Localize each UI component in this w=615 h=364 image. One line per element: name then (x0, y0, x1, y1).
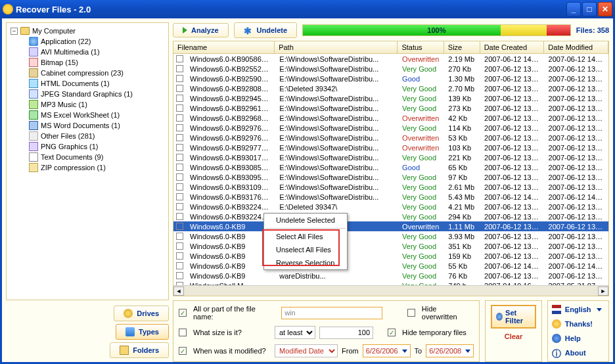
from-date-picker[interactable]: 6/26/2006 (363, 344, 411, 357)
filter-modified-check[interactable]: ✓ (179, 347, 187, 355)
row-checkbox[interactable] (176, 252, 183, 260)
col-path[interactable]: Path (275, 41, 398, 53)
table-row[interactable]: Windows6.0-KB9wareDistribu...Very Good76… (173, 271, 608, 281)
about-link[interactable]: ⓘAbout (552, 348, 604, 357)
table-row[interactable]: Windows6.0-KB929451-x8...E:\Windows\Soft… (173, 93, 608, 103)
tree-root[interactable]: − My Computer (11, 27, 164, 35)
row-checkbox[interactable] (176, 203, 183, 210)
to-date-picker[interactable]: 6/26/2008 (426, 344, 474, 357)
col-size[interactable]: Size (444, 41, 480, 53)
tree-item[interactable]: HTML Documents (1) (29, 78, 164, 89)
tree-item[interactable]: AVI Multimedia (1) (29, 47, 164, 57)
filter-name-input[interactable] (281, 307, 382, 319)
undelete-button[interactable]: ✱Undelete (234, 22, 297, 38)
tree-item[interactable]: Other Files (281) (29, 131, 164, 141)
cm-unselect-all[interactable]: Unselect All Files (264, 243, 347, 256)
types-button[interactable]: Types (116, 324, 169, 340)
table-row[interactable]: Windows6.0-KB929761-x8...E:\Windows\Soft… (173, 123, 608, 133)
table-row[interactable]: Windows6.0-KB9wareDistribu...Very Good35… (173, 241, 608, 251)
row-checkbox[interactable] (176, 95, 183, 102)
cm-select-all[interactable]: Select All Files (264, 230, 347, 243)
filter-name-check[interactable]: ✓ (179, 309, 187, 317)
table-row[interactable]: Windows6.0-KB925528-x8...E:\Windows\Soft… (173, 64, 608, 74)
row-checkbox[interactable] (176, 144, 183, 151)
row-checkbox[interactable] (176, 85, 183, 92)
col-date-modified[interactable]: Date Modified (544, 41, 608, 53)
col-filename[interactable]: Filename (173, 41, 275, 53)
table-row[interactable]: Windows6.0-KB929777-v2...E:\Windows\Soft… (173, 143, 608, 152)
clear-filter-link[interactable]: Clear (505, 332, 523, 340)
row-checkbox[interactable] (176, 104, 183, 112)
table-row[interactable]: Windows6.0-KB9wareDistribu...Very Good15… (173, 251, 608, 261)
tree-item[interactable]: MS Excel WorkSheet (1) (29, 110, 164, 120)
collapse-icon[interactable]: − (11, 28, 18, 35)
row-checkbox[interactable] (176, 134, 183, 141)
scroll-left-icon[interactable]: ◄ (173, 286, 184, 296)
table-row[interactable]: Windows6.0-KB931099-x8...E:\Windows\Soft… (173, 182, 608, 192)
table-row[interactable]: Windows6.0-KB930857-x8...E:\Windows\Soft… (173, 162, 608, 172)
modified-mode-select[interactable]: Modified Date (275, 344, 338, 357)
thanks-link[interactable]: Thanks! (552, 319, 604, 329)
row-checkbox[interactable] (176, 272, 183, 279)
row-checkbox[interactable] (176, 114, 183, 122)
tree-item[interactable]: PNG Graphics (1) (29, 141, 164, 152)
row-checkbox[interactable] (176, 242, 183, 250)
tree-item[interactable]: ZIP compression (1) (29, 162, 164, 173)
table-row[interactable]: Windows6.0-KB931768-x8...E:\Windows\Soft… (173, 192, 608, 202)
language-link[interactable]: English (552, 305, 604, 314)
hide-temp-check[interactable]: ✓ (388, 329, 396, 336)
table-row[interactable]: Windows6.0-KB929762-x8...E:\Windows\Soft… (173, 133, 608, 143)
col-status[interactable]: Status (398, 41, 444, 53)
table-row[interactable]: Windows6.0-KB930178-x8...E:\Windows\Soft… (173, 152, 608, 162)
cm-undelete-selected[interactable]: Undelete Selected (264, 214, 347, 227)
table-row[interactable]: Windows6.0-KB928089-x8...E:\Deleted 3934… (173, 83, 608, 93)
tree-item[interactable]: Application (22) (29, 36, 164, 47)
row-checkbox[interactable] (176, 223, 183, 230)
set-filter-button[interactable]: Set Filter (491, 305, 536, 329)
table-row[interactable]: Windows6.0-KB9wareDistribu...Very Good3.… (173, 231, 608, 241)
size-value-input[interactable] (319, 327, 373, 339)
tree-item[interactable]: Bitmap (15) (29, 57, 164, 68)
folders-button[interactable]: Folders (110, 342, 169, 358)
row-checkbox[interactable] (176, 164, 183, 171)
maximize-button[interactable]: □ (582, 2, 597, 16)
tree-item[interactable]: MP3 Music (1) (29, 99, 164, 110)
tree-item[interactable]: JPEG Standard Graphics (1) (29, 89, 164, 99)
table-row[interactable]: Windows6.0-KB925902-x8...E:\Windows\Soft… (173, 74, 608, 83)
drives-button[interactable]: Drives (114, 306, 169, 321)
row-checkbox[interactable] (176, 65, 183, 72)
filter-size-check[interactable] (179, 329, 187, 336)
minimize-button[interactable]: _ (566, 2, 581, 16)
row-checkbox[interactable] (176, 213, 183, 220)
table-row[interactable]: Windows6.0-KB9wareDistribu...Overwritten… (173, 221, 608, 231)
tree-item[interactable]: Cabinet compression (23) (29, 68, 164, 78)
row-checkbox[interactable] (176, 75, 183, 82)
tree-item[interactable]: Text Documents (9) (29, 152, 164, 162)
scroll-right-icon[interactable]: ► (598, 286, 608, 296)
horizontal-scrollbar[interactable]: ◄ ► (173, 285, 608, 296)
hide-overwritten-check[interactable] (407, 309, 415, 317)
row-checkbox[interactable] (176, 173, 183, 181)
table-row[interactable]: Windows6.0-KB929615-x8...E:\Windows\Soft… (173, 103, 608, 113)
row-checkbox[interactable] (176, 154, 183, 161)
table-row[interactable]: Windows6.0-KB932246-x8...E:\Deleted 3956… (173, 212, 608, 221)
row-checkbox[interactable] (176, 55, 183, 62)
row-checkbox[interactable] (176, 183, 183, 191)
table-row[interactable]: Windows6.0-KB905866-v7...E:\Windows\Soft… (173, 54, 608, 64)
row-checkbox[interactable] (176, 262, 183, 269)
col-date-created[interactable]: Date Created (480, 41, 545, 53)
cm-reverse-selection[interactable]: Reverse Selection (264, 256, 347, 269)
row-checkbox[interactable] (176, 124, 183, 131)
table-row[interactable]: Windows6.0-KB932246-x8...E:\Deleted 3934… (173, 202, 608, 212)
table-row[interactable]: Windows6.0-KB9wareDistribu...Very Good55… (173, 261, 608, 271)
table-row[interactable]: WindowsShell.M...Very Good749 b2007-04-1… (173, 281, 608, 285)
close-button[interactable]: ✕ (598, 2, 612, 16)
table-row[interactable]: Windows6.0-KB929685-x8...E:\Windows\Soft… (173, 113, 608, 123)
row-checkbox[interactable] (176, 233, 183, 240)
table-row[interactable]: Windows6.0-KB930955-x8...E:\Windows\Soft… (173, 172, 608, 182)
help-link[interactable]: Help (552, 334, 604, 343)
tree-item[interactable]: MS Word Documents (1) (29, 120, 164, 131)
analyze-button[interactable]: Analyze (173, 23, 229, 37)
size-mode-select[interactable]: at least (275, 326, 315, 339)
row-checkbox[interactable] (176, 193, 183, 200)
